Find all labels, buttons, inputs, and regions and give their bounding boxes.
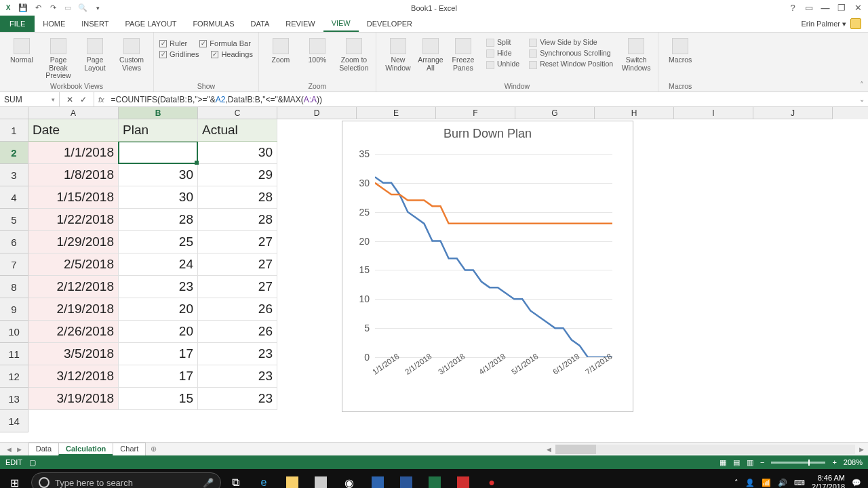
cell[interactable]: 27 xyxy=(198,276,277,298)
zoom to-button[interactable]: Zoom to Selection xyxy=(338,34,370,81)
cell[interactable]: 23 xyxy=(119,276,198,298)
ribbon-display-icon[interactable]: ▭ xyxy=(803,3,815,13)
cell[interactable]: 27 xyxy=(198,231,277,253)
sheet-nav-next-icon[interactable]: ► xyxy=(16,445,23,453)
view-normal-icon[interactable]: ▦ xyxy=(719,458,726,467)
cell[interactable]: 25 xyxy=(119,231,198,253)
file-tab[interactable]: FILE xyxy=(0,16,35,32)
cell[interactable]: 2/26/2018 xyxy=(28,321,119,343)
task-view-icon[interactable]: ⧉ xyxy=(221,469,250,488)
edge-icon[interactable]: e xyxy=(250,469,278,488)
macro-record-icon[interactable]: ▢ xyxy=(29,458,36,467)
touch-mode-icon[interactable]: ▭ xyxy=(62,3,73,14)
sheet-nav-prev-icon[interactable]: ◄ xyxy=(5,445,13,453)
horizontal-scrollbar[interactable]: ◄ ► xyxy=(542,445,868,454)
zoom-button[interactable]: Zoom xyxy=(264,34,297,81)
synchronous-scrolling-button[interactable]: Synchronous Scrolling xyxy=(529,49,613,58)
column-header[interactable]: C xyxy=(198,107,277,119)
cell[interactable]: 2/19/2018 xyxy=(28,298,119,321)
cell[interactable]: 1/1/2018 xyxy=(28,142,119,164)
chart-series-plan[interactable] xyxy=(375,177,612,357)
100pct-button[interactable]: 100% xyxy=(301,34,334,81)
start-button[interactable]: ⊞ xyxy=(0,469,28,488)
view-pagelayout-icon[interactable]: ▤ xyxy=(733,458,740,467)
column-header[interactable]: E xyxy=(357,107,436,119)
row-header[interactable]: 6 xyxy=(0,231,28,253)
excel-taskbar-icon[interactable] xyxy=(420,469,449,488)
normal-button[interactable]: Normal xyxy=(5,34,38,81)
cell[interactable]: 15 xyxy=(119,388,198,410)
row-header[interactable]: 3 xyxy=(0,164,28,186)
cell[interactable]: 1/29/2018 xyxy=(28,231,119,253)
ruler-checkbox[interactable]: ✓Ruler xyxy=(159,39,187,47)
cell[interactable]: Actual xyxy=(198,119,277,142)
column-header[interactable]: I xyxy=(674,107,753,119)
sheet-tab-chart[interactable]: Chart xyxy=(113,443,146,455)
cell[interactable]: 3/12/2018 xyxy=(28,365,119,388)
row-header[interactable]: 7 xyxy=(0,253,28,276)
tray-people-icon[interactable]: 👤 xyxy=(745,479,755,487)
signed-in-user[interactable]: Erin Palmer ▾ xyxy=(801,20,846,28)
zoom-slider[interactable] xyxy=(771,462,825,464)
row-header[interactable]: 5 xyxy=(0,209,28,231)
row-header[interactable]: 12 xyxy=(0,365,28,388)
ribbon-tab-formulas[interactable]: FORMULAS xyxy=(184,16,242,32)
cell[interactable]: 26 xyxy=(198,298,277,321)
cell[interactable]: 23 xyxy=(198,388,277,410)
cell[interactable]: 2/12/2018 xyxy=(28,276,119,298)
formula-input[interactable]: fx =COUNTIFS(Data!B:B,">="&A2,Data!B:B,"… xyxy=(94,92,856,106)
ribbon-tab-page-layout[interactable]: PAGE LAYOUT xyxy=(117,16,184,32)
row-header[interactable]: 4 xyxy=(0,186,28,209)
cancel-formula-icon[interactable]: ✕ xyxy=(66,95,73,104)
freeze-button[interactable]: Freeze Panes xyxy=(447,34,479,72)
sheet-tab-calculation[interactable]: Calculation xyxy=(58,443,113,455)
cell[interactable]: 20 xyxy=(119,298,198,321)
cell[interactable]: =COUNTIFS xyxy=(119,142,198,164)
cell[interactable]: 1/22/2018 xyxy=(28,209,119,231)
mic-icon[interactable]: 🎤 xyxy=(203,478,214,488)
column-header[interactable]: J xyxy=(753,107,833,119)
qat-dropdown-icon[interactable]: ▾ xyxy=(92,3,103,14)
word-icon[interactable] xyxy=(392,469,420,488)
cell[interactable]: 29 xyxy=(198,164,277,186)
cell[interactable]: 1/8/2018 xyxy=(28,164,119,186)
cell[interactable]: 17 xyxy=(119,343,198,365)
notifications-icon[interactable]: 💬 xyxy=(852,479,861,487)
column-header[interactable]: D xyxy=(277,107,357,119)
column-header[interactable]: G xyxy=(515,107,595,119)
row-header[interactable]: 14 xyxy=(0,410,28,432)
page-button[interactable]: Page Layout xyxy=(79,34,111,81)
row-header[interactable]: 9 xyxy=(0,298,28,321)
restore-icon[interactable]: ❐ xyxy=(835,3,848,13)
new-button[interactable]: New Window xyxy=(382,34,414,72)
select-all-corner[interactable] xyxy=(0,107,28,119)
ribbon-tab-review[interactable]: REVIEW xyxy=(277,16,323,32)
row-header[interactable]: 1 xyxy=(0,119,28,142)
cell[interactable]: 28 xyxy=(198,209,277,231)
column-header[interactable]: B xyxy=(119,107,198,119)
ribbon-tab-data[interactable]: DATA xyxy=(243,16,278,32)
name-box[interactable]: SUM▾ xyxy=(0,92,60,106)
headings-checkbox[interactable]: ✓Headings xyxy=(211,50,252,58)
row-header[interactable]: 11 xyxy=(0,343,28,365)
help-icon[interactable]: ? xyxy=(787,3,799,13)
file-explorer-icon[interactable] xyxy=(278,469,307,488)
row-header[interactable]: 8 xyxy=(0,276,28,298)
cell[interactable]: 2/5/2018 xyxy=(28,253,119,276)
column-header[interactable]: A xyxy=(28,107,119,119)
row-header[interactable]: 10 xyxy=(0,321,28,343)
redo-icon[interactable]: ↷ xyxy=(47,3,58,14)
chrome-icon[interactable]: ◉ xyxy=(335,469,363,488)
add-sheet-button[interactable]: ⊕ xyxy=(145,445,162,453)
cell[interactable]: 30 xyxy=(119,164,198,186)
tray-chevron-icon[interactable]: ˄ xyxy=(734,479,738,487)
column-header[interactable]: H xyxy=(595,107,674,119)
cell[interactable]: 23 xyxy=(198,365,277,388)
cell[interactable]: 3/19/2018 xyxy=(28,388,119,410)
sheet-tab-data[interactable]: Data xyxy=(28,443,59,455)
store-icon[interactable] xyxy=(307,469,335,488)
arrange-button[interactable]: Arrange All xyxy=(414,34,447,72)
view-pagebreak-icon[interactable]: ▥ xyxy=(747,458,753,467)
print-preview-icon[interactable]: 🔍 xyxy=(77,3,88,14)
cell[interactable]: 27 xyxy=(198,253,277,276)
